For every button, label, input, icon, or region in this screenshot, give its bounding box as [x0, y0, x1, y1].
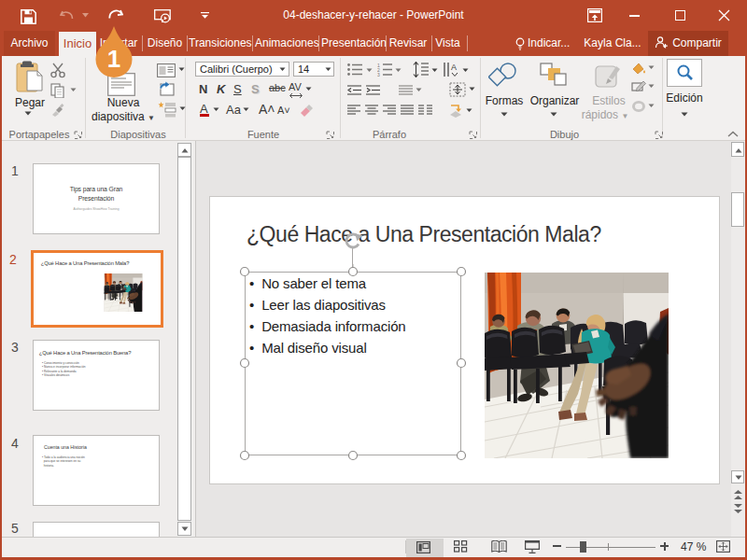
svg-text:3: 3	[377, 72, 380, 77]
svg-text:1: 1	[107, 45, 120, 73]
svg-text:A: A	[451, 63, 457, 72]
